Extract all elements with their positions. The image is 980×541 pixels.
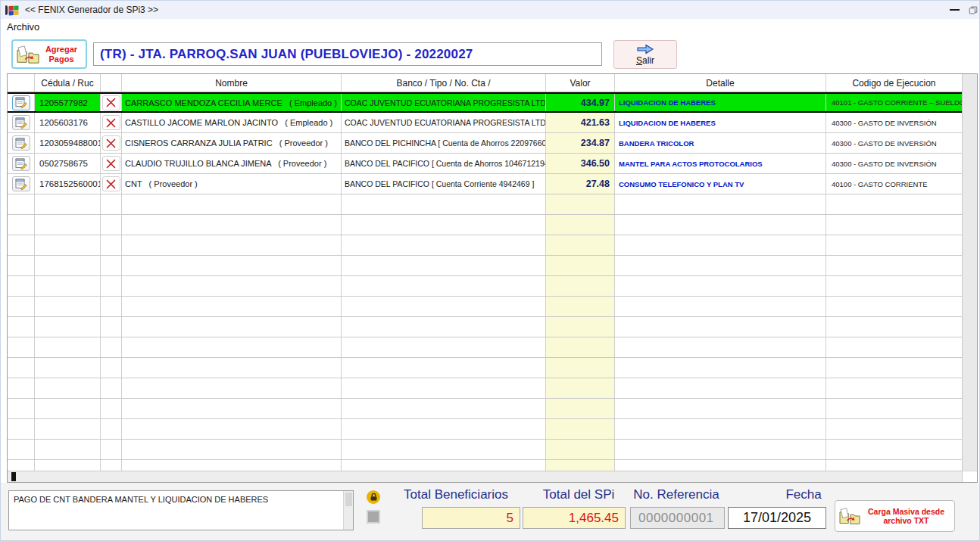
delete-cell bbox=[101, 154, 122, 173]
total-beneficiarios-label: Total Beneficiarios bbox=[391, 487, 521, 504]
nombre-cell: CARRASCO MENDOZA CECILIA MERCE ( Emplead… bbox=[122, 94, 342, 111]
edit-cell bbox=[8, 133, 35, 153]
restore-button[interactable] bbox=[967, 1, 979, 19]
fecha-label: Fecha bbox=[779, 487, 828, 504]
delete-cell bbox=[101, 133, 122, 153]
agregar-pagos-button[interactable]: Agregar Pagos bbox=[11, 39, 87, 69]
delete-row-button[interactable] bbox=[102, 176, 120, 191]
empty-table-row[interactable] bbox=[8, 358, 962, 378]
header-detalle: Detalle bbox=[615, 74, 826, 92]
delete-cell bbox=[101, 94, 122, 111]
empty-table-row[interactable] bbox=[8, 378, 962, 399]
folders-add-icon bbox=[838, 506, 861, 526]
valor-cell: 27.48 bbox=[546, 174, 615, 194]
edit-row-button[interactable] bbox=[12, 156, 30, 171]
salir-button[interactable]: Salir bbox=[613, 40, 677, 69]
empty-table-row[interactable] bbox=[8, 419, 962, 440]
empty-table-row[interactable] bbox=[8, 460, 962, 471]
table-row[interactable]: 1203059488001 CISNEROS CARRANZA JULIA PA… bbox=[8, 133, 962, 154]
edit-form-icon bbox=[15, 138, 27, 149]
table-row[interactable]: 0502758675 CLAUDIO TRUJILLO BLANCA JIMEN… bbox=[8, 154, 962, 174]
empty-table-row[interactable] bbox=[8, 194, 962, 215]
red-x-icon bbox=[106, 159, 116, 169]
windows-flag-icon bbox=[5, 4, 20, 17]
minimize-icon bbox=[950, 9, 960, 11]
detalle-cell: LIQUIDACION DE HABERES bbox=[615, 94, 826, 111]
hscroll-thumb[interactable] bbox=[11, 472, 16, 481]
comment-text[interactable]: PAGO DE CNT BANDERA MANTEL Y LIQUIDACION… bbox=[9, 491, 343, 530]
carga-masiva-button[interactable]: Carga Masiva desde archivo TXT bbox=[835, 500, 955, 532]
empty-table-row[interactable] bbox=[8, 256, 962, 276]
delete-row-button[interactable] bbox=[102, 156, 120, 171]
window-title: << FENIX Generador de SPi3 >> bbox=[25, 5, 158, 15]
banco-cell: BANCO DEL PACIFICO [ Cuenta de Ahorros 1… bbox=[342, 154, 546, 173]
menu-archivo[interactable]: Archivo bbox=[1, 21, 45, 33]
red-x-icon bbox=[106, 138, 116, 148]
edit-row-button[interactable] bbox=[12, 115, 30, 130]
edit-row-button[interactable] bbox=[12, 95, 30, 110]
fecha-field[interactable]: 17/01/2025 bbox=[728, 507, 826, 529]
referencia-label: No. Referencia bbox=[626, 487, 726, 504]
valor-cell: 346.50 bbox=[546, 154, 615, 173]
codigo-cell: 40300 - GASTO DE INVERSIÓN bbox=[826, 154, 962, 173]
empty-table-row[interactable] bbox=[8, 317, 962, 337]
grid-horizontal-scrollbar[interactable] bbox=[8, 471, 962, 482]
header-banco: Banco / Tipo / No. Cta / bbox=[342, 74, 546, 92]
header-cedula: Cédula / Ruc bbox=[35, 74, 101, 92]
delete-row-button[interactable] bbox=[102, 95, 120, 110]
header-nombre: Nombre bbox=[122, 74, 342, 92]
menu-bar: Archivo bbox=[1, 19, 979, 34]
carga-masiva-label: Carga Masiva desde archivo TXT bbox=[861, 507, 951, 525]
table-row[interactable]: 1205577982 CARRASCO MENDOZA CECILIA MERC… bbox=[8, 92, 962, 113]
lock-icon bbox=[370, 493, 378, 502]
codigo-cell: 40300 - GASTO DE INVERSIÓN bbox=[826, 133, 962, 153]
empty-table-row[interactable] bbox=[8, 276, 962, 297]
grid-vertical-scrollbar[interactable] bbox=[962, 74, 977, 482]
delete-row-button[interactable] bbox=[102, 115, 120, 130]
folders-add-icon bbox=[16, 44, 40, 65]
delete-cell bbox=[101, 113, 122, 132]
edit-row-button[interactable] bbox=[12, 135, 30, 151]
table-row[interactable]: 1205603176 CASTILLO JACOME MARLON JACINT… bbox=[8, 113, 962, 133]
nombre-cell: CASTILLO JACOME MARLON JACINTO ( Emplead… bbox=[122, 113, 342, 132]
detalle-cell: CONSUMO TELEFONICO Y PLAN TV bbox=[615, 174, 826, 194]
gray-square-button[interactable] bbox=[367, 510, 380, 524]
edit-form-icon bbox=[15, 179, 27, 190]
grid-body: 1205577982 CARRASCO MENDOZA CECILIA MERC… bbox=[8, 92, 962, 471]
banco-cell: COAC JUVENTUD ECUATORIANA PROGRESISTA LT… bbox=[342, 113, 546, 132]
edit-cell bbox=[8, 94, 35, 111]
comment-box[interactable]: PAGO DE CNT BANDERA MANTEL Y LIQUIDACION… bbox=[8, 490, 354, 530]
empty-table-row[interactable] bbox=[8, 440, 962, 460]
edit-row-button[interactable] bbox=[12, 176, 30, 191]
application-window: << FENIX Generador de SPi3 >> Archivo bbox=[0, 0, 980, 541]
restore-icon bbox=[967, 5, 979, 15]
codigo-cell: 40100 - GASTO CORRIENTE bbox=[826, 174, 962, 194]
comment-scrollbar[interactable] bbox=[343, 491, 353, 530]
total-spi-field: 1,465.45 bbox=[523, 507, 626, 529]
scroll-corner bbox=[963, 471, 977, 482]
footer-panel: PAGO DE CNT BANDERA MANTEL Y LIQUIDACION… bbox=[1, 483, 979, 541]
grid-header-row: Cédula / Ruc Nombre Banco / Tipo / No. C… bbox=[8, 74, 962, 92]
edit-form-icon bbox=[15, 117, 27, 129]
salir-label: Salir bbox=[636, 55, 654, 66]
vscroll-track[interactable] bbox=[963, 74, 977, 471]
minimize-button[interactable] bbox=[941, 1, 967, 19]
lock-toggle[interactable] bbox=[367, 490, 380, 504]
empty-table-row[interactable] bbox=[8, 337, 962, 358]
table-row[interactable]: 1768152560001 CNT ( Proveedor ) BANCO DE… bbox=[8, 174, 962, 194]
entity-title-field[interactable]: (TR) - JTA. PARROQ.SAN JUAN (PUEBLOVIEJO… bbox=[93, 42, 602, 66]
red-x-icon bbox=[106, 118, 116, 128]
cedula-cell: 1205577982 bbox=[35, 94, 101, 111]
toolbar: Agregar Pagos (TR) - JTA. PARROQ.SAN JUA… bbox=[1, 34, 979, 73]
delete-row-button[interactable] bbox=[102, 135, 120, 151]
empty-table-row[interactable] bbox=[8, 399, 962, 419]
nombre-cell: CISNEROS CARRANZA JULIA PATRIC ( Proveed… bbox=[122, 133, 342, 153]
cedula-cell: 0502758675 bbox=[35, 154, 101, 173]
empty-table-row[interactable] bbox=[8, 297, 962, 317]
empty-table-row[interactable] bbox=[8, 215, 962, 235]
arrow-right-icon bbox=[636, 44, 654, 54]
red-x-icon bbox=[106, 98, 116, 107]
empty-table-row[interactable] bbox=[8, 235, 962, 256]
cedula-cell: 1205603176 bbox=[35, 113, 101, 132]
cedula-cell: 1768152560001 bbox=[35, 174, 101, 194]
